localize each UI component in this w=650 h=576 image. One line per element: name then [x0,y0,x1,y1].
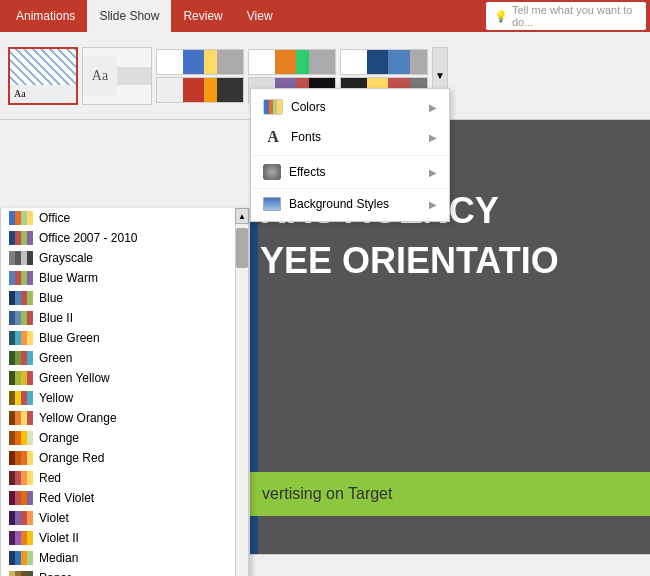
theme-item-yellow[interactable]: Yellow [1,388,249,408]
theme-item-green[interactable]: Green [1,348,249,368]
theme-label-bluewarm: Blue Warm [39,271,98,285]
effects-label: Effects [289,165,325,179]
fonts-label: Fonts [291,130,321,144]
right-submenu: Colors ▶ A Fonts ▶ Effects ▶ Background … [250,88,450,222]
theme-swatch-violetii [9,531,33,545]
fonts-arrow: ▶ [429,132,437,143]
theme-label-yellow: Yellow [39,391,73,405]
theme-label-median: Median [39,551,78,565]
search-placeholder: Tell me what you want to do... [512,4,634,28]
theme-item-orangered[interactable]: Orange Red [1,448,249,468]
theme-label-blue: Blue [39,291,63,305]
slide-green-text: vertising on Target [262,485,392,503]
theme-label-orange: Orange [39,431,79,445]
fonts-icon: A [263,127,283,147]
color-thumb-1[interactable] [156,49,244,75]
theme-swatch-blueii [9,311,33,325]
scroll-track [235,224,249,576]
menu-divider-2 [251,188,449,189]
theme-label-violetii: Violet II [39,531,79,545]
theme-item-blueii[interactable]: Blue II [1,308,249,328]
theme-label-green: Green [39,351,72,365]
scroll-up-button[interactable]: ▲ [235,208,249,224]
color-thumb-5[interactable] [340,49,428,75]
theme-swatch-grayscale [9,251,33,265]
theme-list-dropdown: OfficeOffice 2007 - 2010GrayscaleBlue Wa… [0,208,250,576]
theme-item-bluegreen[interactable]: Blue Green [1,328,249,348]
theme-swatch-orange [9,431,33,445]
slide-green-bar: vertising on Target [250,472,650,516]
colors-icon [263,99,283,115]
theme-swatch-violet [9,511,33,525]
theme-swatch-bluewarm [9,271,33,285]
theme-item-violet[interactable]: Violet [1,508,249,528]
theme-swatch-office2010 [9,231,33,245]
theme-label-blueii: Blue II [39,311,73,325]
theme-swatch-median [9,551,33,565]
theme-item-greenyellow[interactable]: Green Yellow [1,368,249,388]
theme-label-office2010: Office 2007 - 2010 [39,231,138,245]
theme-swatch-orangered [9,451,33,465]
background-icon [263,197,281,211]
theme-list-scrollbar: ▲▼ [235,208,249,576]
theme-item-paper[interactable]: Paper [1,568,249,576]
theme-item-blue[interactable]: Blue [1,288,249,308]
theme-label-yelloworange: Yellow Orange [39,411,117,425]
scroll-thumb[interactable] [236,228,248,268]
background-label: Background Styles [289,197,389,211]
menu-item-fonts[interactable]: A Fonts ▶ [251,121,449,153]
menu-item-background[interactable]: Background Styles ▶ [251,191,449,217]
tab-slideshow[interactable]: Slide Show [87,0,171,32]
effects-icon [263,164,281,180]
theme-label-office: Office [39,211,70,225]
theme-label-orangered: Orange Red [39,451,104,465]
theme-item-yelloworange[interactable]: Yellow Orange [1,408,249,428]
search-icon: 💡 [494,10,508,23]
theme-label-redviolet: Red Violet [39,491,94,505]
theme-label-violet: Violet [39,511,69,525]
theme-item-bluewarm[interactable]: Blue Warm [1,268,249,288]
theme-item-redviolet[interactable]: Red Violet [1,488,249,508]
slide-subheading: YEE ORIENTATIO [260,240,559,282]
theme-swatch-yelloworange [9,411,33,425]
theme-item-office[interactable]: Office [1,208,249,228]
background-arrow: ▶ [429,199,437,210]
color-thumb-2[interactable] [156,77,244,103]
theme-swatch-bluegreen [9,331,33,345]
tab-animations[interactable]: Animations [4,0,87,32]
theme-thumb-current[interactable]: Aa [8,47,78,105]
ribbon-tabs: Animations Slide Show Review View 💡 Tell… [0,0,650,32]
colors-label: Colors [291,100,326,114]
theme-item-office2010[interactable]: Office 2007 - 2010 [1,228,249,248]
theme-swatch-redviolet [9,491,33,505]
theme-item-median[interactable]: Median [1,548,249,568]
theme-item-violetii[interactable]: Violet II [1,528,249,548]
theme-label-red: Red [39,471,61,485]
theme-label-grayscale: Grayscale [39,251,93,265]
effects-arrow: ▶ [429,167,437,178]
theme-label-paper: Paper [39,571,71,576]
tab-review[interactable]: Review [171,0,234,32]
theme-swatch-green [9,351,33,365]
tab-view[interactable]: View [235,0,285,32]
theme-swatch-yellow [9,391,33,405]
theme-item-orange[interactable]: Orange [1,428,249,448]
theme-label-bluegreen: Blue Green [39,331,100,345]
menu-item-effects[interactable]: Effects ▶ [251,158,449,186]
color-thumb-3[interactable] [248,49,336,75]
menu-item-colors[interactable]: Colors ▶ [251,93,449,121]
theme-swatch-greenyellow [9,371,33,385]
theme-item-red[interactable]: Red [1,468,249,488]
search-box[interactable]: 💡 Tell me what you want to do... [486,2,646,30]
theme-swatch-blue [9,291,33,305]
theme-thumb-2[interactable]: Aa [82,47,152,105]
theme-item-grayscale[interactable]: Grayscale [1,248,249,268]
theme-label-greenyellow: Green Yellow [39,371,110,385]
theme-swatch-paper [9,571,33,576]
color-theme-thumbs [156,49,244,103]
menu-divider-1 [251,155,449,156]
theme-swatch-office [9,211,33,225]
theme-swatch-red [9,471,33,485]
colors-arrow: ▶ [429,102,437,113]
